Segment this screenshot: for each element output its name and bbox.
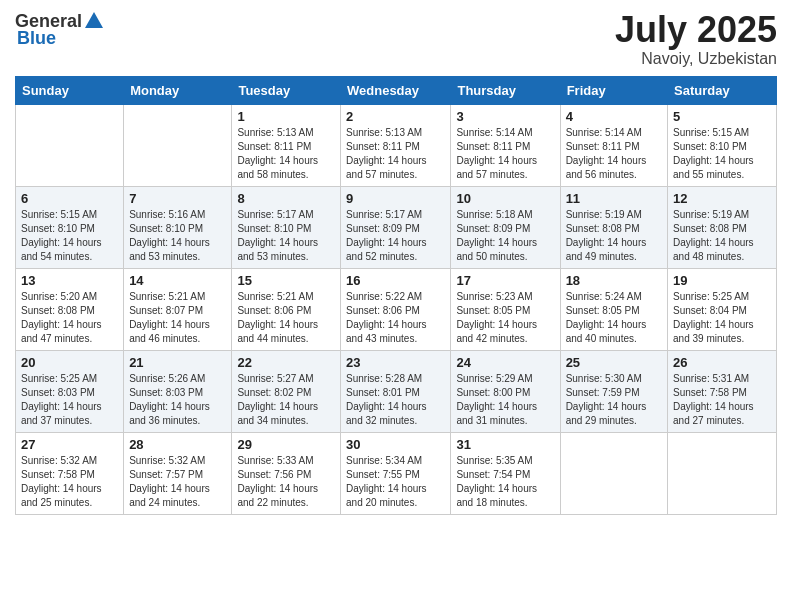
day-number: 20	[21, 355, 118, 370]
day-number: 29	[237, 437, 335, 452]
page: General Blue July 2025 Navoiy, Uzbekista…	[0, 0, 792, 525]
cell-content: Sunrise: 5:31 AMSunset: 7:58 PMDaylight:…	[673, 372, 771, 428]
calendar-cell	[124, 104, 232, 186]
calendar-cell: 14Sunrise: 5:21 AMSunset: 8:07 PMDayligh…	[124, 268, 232, 350]
cell-content: Sunrise: 5:13 AMSunset: 8:11 PMDaylight:…	[346, 126, 445, 182]
calendar-header-row: SundayMondayTuesdayWednesdayThursdayFrid…	[16, 76, 777, 104]
calendar-cell	[560, 432, 667, 514]
day-number: 16	[346, 273, 445, 288]
cell-content: Sunrise: 5:17 AMSunset: 8:10 PMDaylight:…	[237, 208, 335, 264]
cell-content: Sunrise: 5:24 AMSunset: 8:05 PMDaylight:…	[566, 290, 662, 346]
calendar-cell: 27Sunrise: 5:32 AMSunset: 7:58 PMDayligh…	[16, 432, 124, 514]
cell-content: Sunrise: 5:14 AMSunset: 8:11 PMDaylight:…	[456, 126, 554, 182]
month-year: July 2025	[615, 10, 777, 50]
calendar-week-4: 20Sunrise: 5:25 AMSunset: 8:03 PMDayligh…	[16, 350, 777, 432]
day-number: 17	[456, 273, 554, 288]
cell-content: Sunrise: 5:19 AMSunset: 8:08 PMDaylight:…	[673, 208, 771, 264]
cell-content: Sunrise: 5:27 AMSunset: 8:02 PMDaylight:…	[237, 372, 335, 428]
calendar-cell	[668, 432, 777, 514]
calendar-cell: 16Sunrise: 5:22 AMSunset: 8:06 PMDayligh…	[341, 268, 451, 350]
day-number: 5	[673, 109, 771, 124]
day-number: 12	[673, 191, 771, 206]
calendar-cell: 10Sunrise: 5:18 AMSunset: 8:09 PMDayligh…	[451, 186, 560, 268]
day-number: 18	[566, 273, 662, 288]
cell-content: Sunrise: 5:14 AMSunset: 8:11 PMDaylight:…	[566, 126, 662, 182]
calendar-cell: 31Sunrise: 5:35 AMSunset: 7:54 PMDayligh…	[451, 432, 560, 514]
day-number: 1	[237, 109, 335, 124]
cell-content: Sunrise: 5:29 AMSunset: 8:00 PMDaylight:…	[456, 372, 554, 428]
cell-content: Sunrise: 5:16 AMSunset: 8:10 PMDaylight:…	[129, 208, 226, 264]
day-number: 9	[346, 191, 445, 206]
cell-content: Sunrise: 5:32 AMSunset: 7:57 PMDaylight:…	[129, 454, 226, 510]
calendar-cell: 13Sunrise: 5:20 AMSunset: 8:08 PMDayligh…	[16, 268, 124, 350]
calendar-cell: 25Sunrise: 5:30 AMSunset: 7:59 PMDayligh…	[560, 350, 667, 432]
calendar-cell: 3Sunrise: 5:14 AMSunset: 8:11 PMDaylight…	[451, 104, 560, 186]
cell-content: Sunrise: 5:21 AMSunset: 8:07 PMDaylight:…	[129, 290, 226, 346]
calendar-header-tuesday: Tuesday	[232, 76, 341, 104]
cell-content: Sunrise: 5:15 AMSunset: 8:10 PMDaylight:…	[673, 126, 771, 182]
calendar-cell: 12Sunrise: 5:19 AMSunset: 8:08 PMDayligh…	[668, 186, 777, 268]
calendar-cell: 24Sunrise: 5:29 AMSunset: 8:00 PMDayligh…	[451, 350, 560, 432]
calendar-cell: 1Sunrise: 5:13 AMSunset: 8:11 PMDaylight…	[232, 104, 341, 186]
day-number: 30	[346, 437, 445, 452]
cell-content: Sunrise: 5:26 AMSunset: 8:03 PMDaylight:…	[129, 372, 226, 428]
calendar-cell: 9Sunrise: 5:17 AMSunset: 8:09 PMDaylight…	[341, 186, 451, 268]
cell-content: Sunrise: 5:32 AMSunset: 7:58 PMDaylight:…	[21, 454, 118, 510]
calendar-cell: 22Sunrise: 5:27 AMSunset: 8:02 PMDayligh…	[232, 350, 341, 432]
calendar-cell: 6Sunrise: 5:15 AMSunset: 8:10 PMDaylight…	[16, 186, 124, 268]
logo-blue: Blue	[17, 28, 56, 49]
day-number: 27	[21, 437, 118, 452]
calendar-cell: 17Sunrise: 5:23 AMSunset: 8:05 PMDayligh…	[451, 268, 560, 350]
cell-content: Sunrise: 5:30 AMSunset: 7:59 PMDaylight:…	[566, 372, 662, 428]
calendar-header-saturday: Saturday	[668, 76, 777, 104]
day-number: 10	[456, 191, 554, 206]
day-number: 2	[346, 109, 445, 124]
calendar-week-2: 6Sunrise: 5:15 AMSunset: 8:10 PMDaylight…	[16, 186, 777, 268]
cell-content: Sunrise: 5:23 AMSunset: 8:05 PMDaylight:…	[456, 290, 554, 346]
day-number: 19	[673, 273, 771, 288]
calendar-cell: 29Sunrise: 5:33 AMSunset: 7:56 PMDayligh…	[232, 432, 341, 514]
calendar-cell: 5Sunrise: 5:15 AMSunset: 8:10 PMDaylight…	[668, 104, 777, 186]
calendar-header-monday: Monday	[124, 76, 232, 104]
cell-content: Sunrise: 5:28 AMSunset: 8:01 PMDaylight:…	[346, 372, 445, 428]
cell-content: Sunrise: 5:22 AMSunset: 8:06 PMDaylight:…	[346, 290, 445, 346]
day-number: 26	[673, 355, 771, 370]
logo-icon	[83, 10, 105, 32]
day-number: 24	[456, 355, 554, 370]
calendar-week-5: 27Sunrise: 5:32 AMSunset: 7:58 PMDayligh…	[16, 432, 777, 514]
logo: General Blue	[15, 10, 106, 49]
calendar-header-wednesday: Wednesday	[341, 76, 451, 104]
calendar-table: SundayMondayTuesdayWednesdayThursdayFrid…	[15, 76, 777, 515]
calendar-cell: 26Sunrise: 5:31 AMSunset: 7:58 PMDayligh…	[668, 350, 777, 432]
cell-content: Sunrise: 5:19 AMSunset: 8:08 PMDaylight:…	[566, 208, 662, 264]
cell-content: Sunrise: 5:21 AMSunset: 8:06 PMDaylight:…	[237, 290, 335, 346]
calendar-cell: 21Sunrise: 5:26 AMSunset: 8:03 PMDayligh…	[124, 350, 232, 432]
calendar-cell: 15Sunrise: 5:21 AMSunset: 8:06 PMDayligh…	[232, 268, 341, 350]
day-number: 22	[237, 355, 335, 370]
calendar-week-3: 13Sunrise: 5:20 AMSunset: 8:08 PMDayligh…	[16, 268, 777, 350]
day-number: 21	[129, 355, 226, 370]
cell-content: Sunrise: 5:15 AMSunset: 8:10 PMDaylight:…	[21, 208, 118, 264]
cell-content: Sunrise: 5:25 AMSunset: 8:03 PMDaylight:…	[21, 372, 118, 428]
day-number: 8	[237, 191, 335, 206]
day-number: 6	[21, 191, 118, 206]
day-number: 23	[346, 355, 445, 370]
day-number: 7	[129, 191, 226, 206]
cell-content: Sunrise: 5:33 AMSunset: 7:56 PMDaylight:…	[237, 454, 335, 510]
cell-content: Sunrise: 5:20 AMSunset: 8:08 PMDaylight:…	[21, 290, 118, 346]
calendar-cell: 8Sunrise: 5:17 AMSunset: 8:10 PMDaylight…	[232, 186, 341, 268]
calendar-header-friday: Friday	[560, 76, 667, 104]
cell-content: Sunrise: 5:17 AMSunset: 8:09 PMDaylight:…	[346, 208, 445, 264]
cell-content: Sunrise: 5:25 AMSunset: 8:04 PMDaylight:…	[673, 290, 771, 346]
location: Navoiy, Uzbekistan	[615, 50, 777, 68]
calendar-cell: 7Sunrise: 5:16 AMSunset: 8:10 PMDaylight…	[124, 186, 232, 268]
cell-content: Sunrise: 5:13 AMSunset: 8:11 PMDaylight:…	[237, 126, 335, 182]
day-number: 25	[566, 355, 662, 370]
day-number: 11	[566, 191, 662, 206]
calendar-cell: 2Sunrise: 5:13 AMSunset: 8:11 PMDaylight…	[341, 104, 451, 186]
cell-content: Sunrise: 5:18 AMSunset: 8:09 PMDaylight:…	[456, 208, 554, 264]
calendar-cell: 19Sunrise: 5:25 AMSunset: 8:04 PMDayligh…	[668, 268, 777, 350]
calendar-cell: 23Sunrise: 5:28 AMSunset: 8:01 PMDayligh…	[341, 350, 451, 432]
calendar-cell: 11Sunrise: 5:19 AMSunset: 8:08 PMDayligh…	[560, 186, 667, 268]
day-number: 14	[129, 273, 226, 288]
